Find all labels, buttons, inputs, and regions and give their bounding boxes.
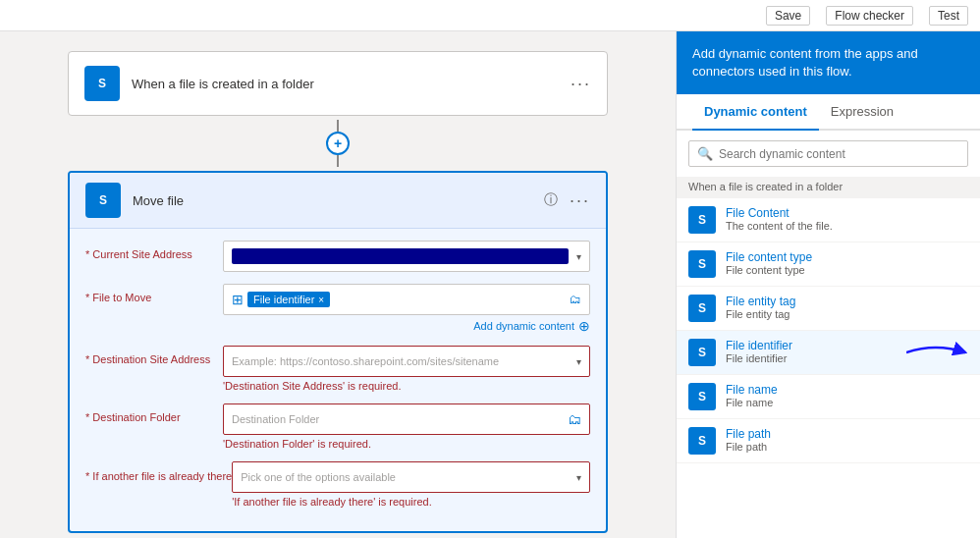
file-to-move-input[interactable]: ⊞ File identifier × 🗂 bbox=[223, 284, 590, 315]
destination-folder-placeholder: Destination Folder bbox=[232, 413, 568, 425]
dynamic-item-icon-4: S bbox=[688, 383, 716, 410]
top-bar: Save Flow checker Test bbox=[0, 0, 980, 31]
tab-expression[interactable]: Expression bbox=[819, 94, 905, 131]
dynamic-item-text-1: File content type File content type bbox=[726, 250, 812, 276]
panel-content: When a file is created in a folder S Fil… bbox=[677, 177, 980, 538]
trigger-card[interactable]: S When a file is created in a folder ··· bbox=[68, 51, 608, 116]
dynamic-item-file-identifier[interactable]: S File identifier File identifier bbox=[677, 331, 980, 375]
if-another-file-label: If another file is already there bbox=[85, 461, 232, 483]
panel-header: Add dynamic content from the apps and co… bbox=[677, 31, 980, 94]
if-another-file-dropdown[interactable]: Pick one of the options available ▾ bbox=[232, 461, 590, 493]
dynamic-item-icon-1: S bbox=[688, 250, 716, 278]
dynamic-item-text-0: File Content The content of the file. bbox=[726, 206, 833, 232]
flow-checker-button[interactable]: Flow checker bbox=[826, 6, 913, 26]
dynamic-item-text-3: File identifier File identifier bbox=[726, 339, 792, 364]
if-another-file-error: 'If another file is already there' is re… bbox=[232, 496, 590, 508]
save-button[interactable]: Save bbox=[766, 6, 810, 26]
destination-folder-error: 'Destination Folder' is required. bbox=[223, 438, 590, 450]
dynamic-item-text-4: File name File name bbox=[726, 383, 778, 408]
section-label: When a file is created in a folder bbox=[677, 177, 980, 198]
dynamic-item-file-content-type[interactable]: S File content type File content type bbox=[677, 242, 980, 287]
action-title: Move file bbox=[133, 193, 544, 208]
dynamic-item-icon-3: S bbox=[688, 339, 716, 366]
action-card-header: S Move file ⓘ ··· bbox=[70, 173, 606, 229]
add-icon: ⊕ bbox=[578, 318, 590, 334]
trigger-icon: S bbox=[84, 66, 120, 101]
dynamic-item-text-5: File path File path bbox=[726, 427, 771, 453]
redacted-value bbox=[232, 248, 569, 264]
dynamic-item-file-content[interactable]: S File Content The content of the file. bbox=[677, 198, 980, 242]
file-identifier-tag[interactable]: File identifier × bbox=[247, 292, 330, 307]
trigger-menu[interactable]: ··· bbox=[571, 74, 591, 94]
current-site-address-label: Current Site Address bbox=[85, 241, 223, 260]
dynamic-item-text-2: File entity tag File entity tag bbox=[726, 295, 795, 320]
panel-tabs: Dynamic content Expression bbox=[677, 94, 980, 131]
connector: + bbox=[326, 120, 350, 167]
dynamic-item-icon-2: S bbox=[688, 295, 716, 322]
file-to-move-label: File to Move bbox=[85, 284, 223, 303]
destination-site-address-row: Destination Site Address Example: https:… bbox=[85, 346, 590, 392]
dynamic-item-file-path[interactable]: S File path File path bbox=[677, 419, 980, 463]
destination-folder-input[interactable]: Destination Folder 🗂 bbox=[223, 404, 590, 435]
connector-line-bottom bbox=[337, 155, 339, 167]
search-input[interactable] bbox=[719, 147, 959, 161]
destination-site-error: 'Destination Site Address' is required. bbox=[223, 380, 590, 392]
destination-folder-control: Destination Folder 🗂 'Destination Folder… bbox=[223, 404, 590, 450]
if-another-file-placeholder: Pick one of the options available bbox=[241, 471, 576, 483]
folder-pick-icon: 🗂 bbox=[568, 411, 581, 427]
remove-tag-button[interactable]: × bbox=[318, 295, 324, 305]
arrow-annotation bbox=[906, 338, 980, 367]
if-another-dropdown-arrow: ▾ bbox=[576, 472, 581, 483]
test-button[interactable]: Test bbox=[929, 6, 968, 26]
dynamic-item-icon-5: S bbox=[688, 427, 716, 455]
destination-site-address-input[interactable]: Example: https://contoso.sharepoint.com/… bbox=[223, 346, 590, 377]
action-card: S Move file ⓘ ··· Current Site Address ▾ bbox=[68, 171, 608, 533]
dynamic-item-file-name[interactable]: S File name File name bbox=[677, 375, 980, 419]
file-to-move-control: ⊞ File identifier × 🗂 Add dynamic conten… bbox=[223, 284, 590, 334]
search-box[interactable]: 🔍 bbox=[688, 140, 968, 167]
current-site-address-input[interactable]: ▾ bbox=[223, 241, 590, 272]
destination-site-placeholder: Example: https://contoso.sharepoint.com/… bbox=[232, 355, 576, 367]
if-another-file-row: If another file is already there Pick on… bbox=[85, 461, 590, 508]
file-to-move-row: File to Move ⊞ File identifier × 🗂 Add d… bbox=[85, 284, 590, 334]
add-dynamic-content-link[interactable]: Add dynamic content ⊕ bbox=[223, 318, 590, 334]
action-menu[interactable]: ··· bbox=[570, 190, 590, 211]
info-icon[interactable]: ⓘ bbox=[544, 191, 558, 209]
file-move-icon: ⊞ bbox=[232, 292, 244, 307]
dropdown-arrow: ▾ bbox=[576, 251, 581, 262]
current-site-address-control: ▾ bbox=[223, 241, 590, 272]
destination-site-address-label: Destination Site Address bbox=[85, 346, 223, 365]
destination-folder-label: Destination Folder bbox=[85, 404, 223, 423]
dynamic-item-file-entity-tag[interactable]: S File entity tag File entity tag bbox=[677, 287, 980, 331]
right-panel: Add dynamic content from the apps and co… bbox=[676, 31, 980, 538]
action-card-body: Current Site Address ▾ File to Move ⊞ bbox=[70, 229, 606, 531]
connector-line-top bbox=[337, 120, 339, 132]
current-site-address-row: Current Site Address ▾ bbox=[85, 241, 590, 272]
search-icon: 🔍 bbox=[697, 146, 713, 161]
canvas: S When a file is created in a folder ···… bbox=[0, 31, 676, 538]
dynamic-item-icon-0: S bbox=[688, 206, 716, 234]
main-area: S When a file is created in a folder ···… bbox=[0, 31, 980, 538]
tab-dynamic-content[interactable]: Dynamic content bbox=[692, 94, 819, 131]
if-another-file-control: Pick one of the options available ▾ 'If … bbox=[232, 461, 590, 508]
destination-folder-row: Destination Folder Destination Folder 🗂 … bbox=[85, 404, 590, 450]
folder-icon: 🗂 bbox=[570, 293, 581, 306]
action-icon: S bbox=[85, 183, 121, 218]
destination-site-dropdown: ▾ bbox=[576, 356, 581, 367]
add-step-circle[interactable]: + bbox=[326, 132, 350, 155]
trigger-title: When a file is created in a folder bbox=[132, 77, 571, 91]
destination-site-address-control: Example: https://contoso.sharepoint.com/… bbox=[223, 346, 590, 392]
